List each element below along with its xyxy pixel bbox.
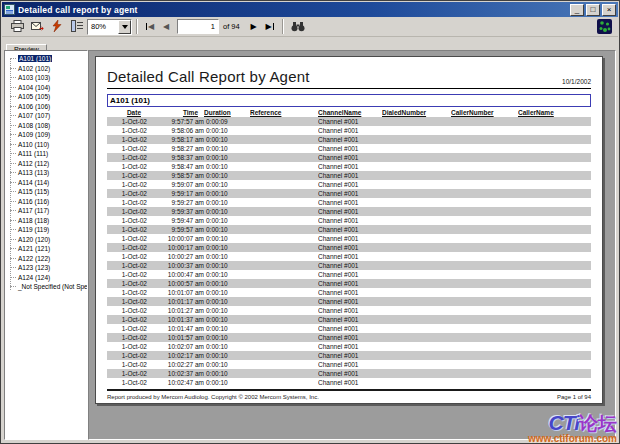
call-cell: Channel #001 [318,306,382,315]
toggle-group-tree-button[interactable] [67,18,87,36]
column-header: Time [147,108,204,117]
call-cell [382,144,451,153]
tree-item[interactable]: A116 (116) [5,197,87,207]
call-cell [451,360,518,369]
call-cell: 1-Oct-02 [107,126,147,135]
call-cell: Channel #001 [318,360,382,369]
call-cell [451,234,518,243]
maximize-button[interactable]: □ [586,4,600,16]
tree-item[interactable]: A113 (113) [5,168,87,178]
call-cell [250,378,318,387]
call-cell [451,279,518,288]
call-cell [382,279,451,288]
call-cell [518,315,591,324]
find-button[interactable] [288,18,308,36]
tree-item[interactable]: A109 (109) [5,130,87,140]
preview-pane: Detailed Call Report by Agent 10/1/2002 … [88,50,616,440]
call-cell: Channel #001 [318,261,382,270]
call-cell: 1-Oct-02 [107,162,147,171]
call-cell: 10:00:07 am [147,234,204,243]
call-cell [518,216,591,225]
tree-item[interactable]: A119 (119) [5,225,87,235]
tree-item[interactable]: A105 (105) [5,92,87,102]
tree-item[interactable]: _Not Specified (Not Specified) [5,282,87,292]
tree-item[interactable]: A111 (111) [5,149,87,159]
export-icon [31,18,44,36]
tree-item[interactable]: A101 (101) [5,54,87,64]
call-cell: Channel #001 [318,117,382,126]
tree-item[interactable]: A107 (107) [5,111,87,121]
tree-item[interactable]: A106 (106) [5,102,87,112]
tree-item[interactable]: A103 (103) [5,73,87,83]
call-cell [250,180,318,189]
call-row: 1-Oct-0210:01:57 am0:00:10Channel #001 [107,333,591,342]
call-cell [382,306,451,315]
call-cell [382,126,451,135]
call-cell [518,369,591,378]
tree-item[interactable]: A108 (108) [5,121,87,131]
tree-item[interactable]: A104 (104) [5,83,87,93]
call-cell [382,171,451,180]
call-cell: 0:00:10 [204,360,250,369]
tree-item[interactable]: A123 (123) [5,263,87,273]
refresh-button[interactable] [47,18,67,36]
call-cell [518,333,591,342]
minimize-button[interactable]: _ [570,4,584,16]
call-cell [382,261,451,270]
call-cell [250,306,318,315]
page-number-input[interactable] [177,19,219,34]
call-cell: Channel #001 [318,279,382,288]
call-cell [451,324,518,333]
call-cell [382,162,451,171]
call-cell: 1-Oct-02 [107,189,147,198]
zoom-dropdown-button[interactable] [118,20,131,34]
column-header: Reference [250,108,318,117]
tree-item[interactable]: A117 (117) [5,206,87,216]
call-cell [451,351,518,360]
tree-item[interactable]: A110 (110) [5,140,87,150]
call-cell: Channel #001 [318,315,382,324]
tree-item[interactable]: A121 (121) [5,244,87,254]
first-page-button[interactable]: ◀ [142,19,158,35]
call-cell: 10:01:17 am [147,297,204,306]
call-cell: 10:02:07 am [147,342,204,351]
tree-item[interactable]: A118 (118) [5,216,87,226]
call-row: 1-Oct-0210:00:37 am0:00:10Channel #001 [107,261,591,270]
tree-item[interactable]: A122 (122) [5,254,87,264]
call-cell: 10:01:57 am [147,333,204,342]
prev-page-button[interactable]: ◀ [158,19,174,35]
call-cell [518,243,591,252]
call-cell: 1-Oct-02 [107,180,147,189]
call-cell: 0:00:10 [204,198,250,207]
call-cell [250,333,318,342]
tree-item[interactable]: A120 (120) [5,235,87,245]
call-cell: 0:00:10 [204,279,250,288]
tree-item[interactable]: A115 (115) [5,187,87,197]
print-button[interactable] [7,18,27,36]
zoom-value: 80% [88,22,118,31]
call-cell [382,342,451,351]
close-button[interactable]: × [602,4,616,16]
call-cell [250,198,318,207]
tree-item[interactable]: A102 (102) [5,64,87,74]
tree-item[interactable]: A114 (114) [5,178,87,188]
zoom-select[interactable]: 80% [87,19,132,35]
call-cell [250,315,318,324]
call-cell [250,135,318,144]
call-cell: 0:00:09 [204,117,250,126]
call-cell [451,216,518,225]
call-cell: 0:00:10 [204,288,250,297]
tree-item[interactable]: A124 (124) [5,273,87,283]
next-page-button[interactable]: ▶ [246,19,262,35]
call-cell: 1-Oct-02 [107,261,147,270]
tree-item[interactable]: A112 (112) [5,159,87,169]
export-button[interactable] [27,18,47,36]
call-row: 1-Oct-0210:01:27 am0:00:10Channel #001 [107,306,591,315]
call-cell: Channel #001 [318,288,382,297]
call-cell [518,252,591,261]
call-cell [451,162,518,171]
call-cell [382,360,451,369]
call-cell [250,207,318,216]
last-page-button[interactable]: ▶ [262,19,278,35]
call-cell: 1-Oct-02 [107,279,147,288]
